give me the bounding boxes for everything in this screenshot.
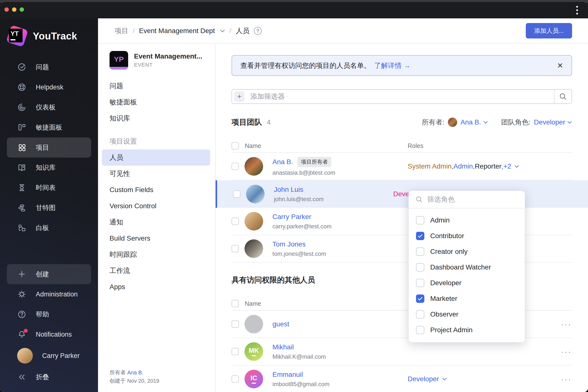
row-checkbox[interactable]: [232, 245, 239, 252]
user-link[interactable]: John Luis: [274, 186, 324, 194]
youtrack-logo-icon: YT: [7, 26, 27, 46]
roles-dropdown-trigger[interactable]: Developer: [408, 375, 447, 383]
collapse-sidebar-button[interactable]: 折叠: [7, 367, 91, 387]
sidebar-item-notifications[interactable]: Notifications: [7, 324, 91, 344]
select-all-checkbox[interactable]: [232, 300, 239, 307]
row-checkbox[interactable]: [232, 348, 239, 355]
owner-link[interactable]: Ana B.: [127, 370, 143, 376]
role-option-dashboard-watcher[interactable]: Dashboard Watcher: [409, 260, 525, 275]
minimize-window-button[interactable]: [12, 7, 16, 12]
sidebar-item-agile-boards[interactable]: 敏捷面板: [7, 117, 91, 138]
row-checkbox[interactable]: [233, 190, 240, 198]
project-nav-workflow[interactable]: 工作流: [98, 263, 215, 279]
role-option-creator-only[interactable]: Creator only: [409, 244, 525, 260]
role-option-project-admin[interactable]: Project Admin: [409, 322, 525, 338]
owner-filter-value[interactable]: Ana B.: [460, 118, 488, 126]
project-nav-apps[interactable]: Apps: [98, 279, 215, 295]
role-option-developer[interactable]: Developer: [409, 275, 525, 291]
create-button[interactable]: 创建: [7, 264, 91, 284]
breadcrumb-projects[interactable]: 项目: [115, 26, 128, 36]
banner-text: 查看并管理有权访问您的项目的人员名单。: [240, 61, 371, 70]
gantt-chart-icon: [17, 203, 26, 212]
filter-bar[interactable]: + 添加筛选器: [232, 89, 572, 104]
filter-input[interactable]: 添加筛选器: [250, 92, 554, 101]
search-icon[interactable]: [554, 90, 572, 104]
project-nav-build-servers[interactable]: Build Servers: [98, 230, 215, 246]
breadcrumb-page: 人员: [236, 26, 250, 36]
project-nav-agile-board[interactable]: 敏捷面板: [98, 94, 215, 110]
checkbox-unchecked-icon[interactable]: [416, 326, 424, 334]
chevron-down-icon[interactable]: [220, 29, 225, 33]
project-nav-custom-fields[interactable]: Custom Fields: [98, 182, 215, 198]
user-link[interactable]: Emmanuil: [272, 371, 329, 378]
role-search-row[interactable]: 筛选角色: [409, 191, 525, 208]
table-row-john-selected: John Luis john.luis@test.com Developer, …: [216, 180, 588, 208]
checkbox-unchecked-icon[interactable]: [416, 310, 424, 318]
team-count: 4: [267, 118, 271, 126]
user-link[interactable]: Carry Parker: [272, 213, 332, 221]
learn-more-link[interactable]: 了解详情: [374, 61, 402, 70]
hourglass-icon: [17, 183, 26, 192]
sidebar-item-whiteboards[interactable]: 白板: [7, 218, 91, 238]
project-nav-visibility[interactable]: 可见性: [98, 166, 215, 182]
sidebar-item-knowledge-base[interactable]: 知识库: [7, 158, 91, 178]
help-icon[interactable]: ?: [254, 27, 262, 35]
add-people-button[interactable]: 添加人员...: [526, 23, 572, 38]
sidebar-item-projects[interactable]: 项目: [7, 138, 91, 158]
more-actions-icon[interactable]: ···: [561, 320, 572, 329]
row-checkbox[interactable]: [232, 320, 239, 328]
team-role-filter-value[interactable]: Developer: [534, 118, 572, 126]
close-window-button[interactable]: [4, 7, 9, 12]
breadcrumb-project-name[interactable]: Event Management Dept: [139, 27, 215, 35]
roles-dropdown-trigger[interactable]: System Admin, Admin, Reporter, +2: [408, 162, 519, 170]
role-option-observer[interactable]: Observer: [409, 306, 525, 322]
role-search-input[interactable]: 筛选角色: [427, 195, 455, 204]
checkbox-checked-icon[interactable]: [416, 294, 424, 303]
project-nav-notifications[interactable]: 通知: [98, 214, 215, 230]
sidebar-item-helpdesk[interactable]: Helpdesk: [7, 77, 91, 97]
project-nav-knowledge-base[interactable]: 知识库: [98, 110, 215, 126]
user-link[interactable]: Mikhail: [272, 343, 326, 351]
sidebar-item-help[interactable]: 帮助: [7, 304, 91, 324]
window-titlebar: [0, 2, 588, 18]
project-nav-issues[interactable]: 问题: [98, 78, 215, 94]
role-option-admin[interactable]: Admin: [409, 212, 525, 228]
add-filter-icon[interactable]: +: [234, 92, 244, 102]
sidebar-item-administration[interactable]: Administration: [7, 284, 91, 304]
select-all-checkbox[interactable]: [232, 142, 239, 150]
window-menu-icon[interactable]: [576, 6, 578, 14]
owner-filter-label: 所有者:: [422, 118, 444, 127]
checkbox-unchecked-icon[interactable]: [416, 216, 424, 224]
user-link[interactable]: Ana B.: [272, 158, 293, 166]
role-option-marketer[interactable]: Marketer: [409, 291, 525, 306]
sidebar-item-issues[interactable]: 问题: [7, 57, 91, 77]
project-nav: 问题 敏捷面板 知识库 项目设置 人员 可见性 Custom Fields Ve…: [98, 78, 215, 295]
more-actions-icon[interactable]: ···: [561, 374, 572, 384]
owner-avatar: [448, 118, 457, 127]
project-nav-people[interactable]: 人员: [102, 150, 210, 166]
collapse-icon: [17, 372, 26, 382]
chevron-down-icon: [567, 120, 572, 124]
checkbox-unchecked-icon[interactable]: [416, 248, 424, 256]
user-link[interactable]: guest: [272, 320, 289, 328]
checkbox-unchecked-icon[interactable]: [416, 279, 424, 287]
team-title: 项目团队: [232, 117, 262, 128]
row-checkbox[interactable]: [232, 163, 239, 170]
sidebar-item-dashboards[interactable]: 仪表板: [7, 97, 91, 117]
zoom-window-button[interactable]: [20, 7, 24, 12]
checkbox-checked-icon[interactable]: [416, 232, 424, 240]
more-actions-icon[interactable]: ···: [561, 347, 572, 356]
project-nav-version-control[interactable]: Version Control: [98, 198, 215, 214]
sidebar-item-gantt-charts[interactable]: 甘特图: [7, 198, 91, 218]
project-nav-time-tracking[interactable]: 时间跟踪: [98, 246, 215, 263]
role-option-contributor[interactable]: Contributor: [409, 228, 525, 244]
row-checkbox[interactable]: [232, 375, 239, 383]
sidebar-item-timesheets[interactable]: 时间表: [7, 178, 91, 198]
sidebar-item-profile[interactable]: Carry Parker: [7, 344, 91, 367]
close-banner-icon[interactable]: ✕: [557, 61, 563, 70]
project-card[interactable]: YP Event Management... EVENT: [110, 51, 215, 70]
user-link[interactable]: Tom Jones: [272, 240, 326, 248]
row-checkbox[interactable]: [232, 218, 239, 225]
user-email: Mikhail.K@mail.com: [272, 353, 326, 360]
checkbox-unchecked-icon[interactable]: [416, 263, 424, 272]
